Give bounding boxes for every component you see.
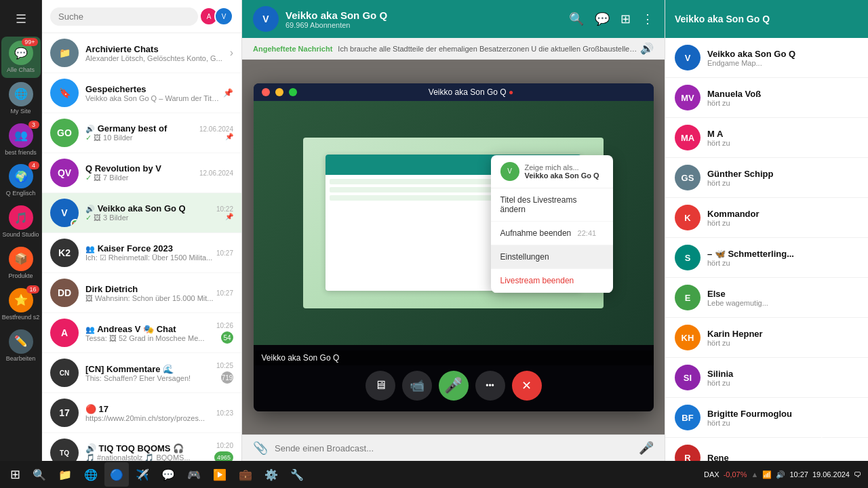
- viewer-item-silinia[interactable]: SI Silinia hört zu: [665, 358, 868, 398]
- viewer-name-else: Else: [707, 289, 859, 299]
- chat-preview-dirk: 🖼 Wahnsinn: Schon über 15.000 Mit...: [85, 294, 216, 302]
- attach-icon[interactable]: 📎: [253, 441, 268, 455]
- taskbar-time: 10:27: [789, 470, 808, 479]
- chat-item-germany[interactable]: GO 🔊 Germany best of ✓ 🖼 10 Bilder 12.06…: [42, 113, 241, 153]
- search-icon[interactable]: 🔍: [569, 12, 584, 26]
- dirk-time: 10:27: [216, 289, 233, 297]
- sidebar-item-mysite[interactable]: 🌐 My Site: [1, 78, 41, 119]
- taskbar-telegram[interactable]: ✈️: [130, 462, 155, 487]
- sidebar-item-bestfriends[interactable]: 👥 3 best friends: [1, 119, 41, 161]
- chat-meta-qrevolution: 12.06.2024: [199, 169, 233, 177]
- taskbar-chrome[interactable]: 🔵: [104, 462, 129, 487]
- bestfriends-badge: 3: [28, 121, 39, 129]
- viewer-item-karin[interactable]: KH Karin Hepner hört zu: [665, 318, 868, 358]
- context-item-stop-record[interactable]: Aufnahme beenden 22:41: [491, 222, 613, 245]
- veikko-pin: 📌: [225, 213, 233, 220]
- taskbar-task5[interactable]: ⚙️: [259, 462, 283, 487]
- chat-item-andreas[interactable]: A 👥 Andreas V 🎭 Chat Tessa: 🖼 52 Grad in…: [42, 313, 241, 353]
- chat-item-kaiser[interactable]: K2 👥 Kaiser Force 2023 Ich: ☑ Rheinmetal…: [42, 233, 241, 273]
- viewer-name-schmetterling: – 🦋 Schmetterling...: [707, 249, 859, 259]
- window-close-btn[interactable]: [262, 88, 270, 96]
- chat-name-kaiser: 👥 Kaiser Force 2023: [85, 243, 216, 253]
- chat-item-cn[interactable]: CN [CN] Kommentare 🌊 This: Schaffen? Ehe…: [42, 353, 241, 393]
- message-input[interactable]: [275, 443, 632, 453]
- taskbar-task6[interactable]: 🔧: [285, 462, 309, 487]
- chat-preview-qrevolution: ✓ 🖼 7 Bilder: [85, 174, 199, 182]
- viewer-item-else[interactable]: E Else Lebe wagemutig...: [665, 278, 868, 318]
- sidebar-item-qenglisch[interactable]: 🌍 4 Q Englisch: [1, 160, 41, 201]
- video-ctrl-camera[interactable]: 📹: [402, 371, 432, 401]
- viewer-status-ma: hört zu: [707, 139, 859, 147]
- chat-item-archived[interactable]: 📁 Archivierte Chats Alexander Lötsch, Ge…: [42, 33, 241, 73]
- video-ctrl-more[interactable]: •••: [475, 371, 505, 401]
- powerdir-brand: CyberLink: [753, 428, 854, 438]
- chat-item-17[interactable]: 17 🔴 17 https://www.20min.ch/story/proze…: [42, 393, 241, 433]
- chat-meta-germany: 12.06.2024 📌: [199, 125, 233, 140]
- taskbar-date: 19.06.2024: [812, 470, 850, 479]
- viewer-avatar-silinia: SI: [675, 365, 701, 390]
- viewer-item-veikko[interactable]: V Veikko aka Son Go Q Endgame Map...: [665, 38, 868, 78]
- context-item-end-stream[interactable]: Livestream beenden: [491, 269, 613, 293]
- taskbar-network-icon: 📶: [762, 470, 772, 479]
- bestfreund-badge: 16: [26, 285, 39, 293]
- mic-icon[interactable]: 🎤: [639, 441, 654, 455]
- viewer-info-manuela: Manuela Voß hört zu: [707, 89, 859, 107]
- chat-preview-archived: Alexander Lötsch, Gelöschtes Konto, G...: [85, 54, 230, 62]
- sidebar-item-sound[interactable]: 🎵 Sound Studio: [1, 201, 41, 243]
- taskbar-youtube[interactable]: ▶️: [208, 462, 232, 487]
- viewer-name-silinia: Silinia: [707, 369, 859, 379]
- viewer-avatar-schmetterling: S: [675, 245, 701, 270]
- viewer-item-kommandor[interactable]: K Kommandor hört zu: [665, 198, 868, 238]
- taskbar-whatsapp[interactable]: 💬: [156, 462, 180, 487]
- viewer-info-gunther: Günther Schipp hört zu: [707, 169, 859, 187]
- chat-name-saved: Gespeichertes: [85, 84, 223, 94]
- comment-icon[interactable]: 💬: [595, 12, 610, 26]
- taskbar-edge[interactable]: 🌐: [79, 462, 103, 487]
- viewer-item-ma[interactable]: MA M A hört zu: [665, 118, 868, 158]
- main-content: V Veikko aka Son Go Q 69.969 Abonnenten …: [242, 0, 665, 461]
- viewer-avatar-kommandor: K: [675, 205, 701, 230]
- viewer-info-schmetterling: – 🦋 Schmetterling... hört zu: [707, 249, 859, 267]
- window-min-btn[interactable]: [275, 88, 283, 96]
- video-ctrl-screen[interactable]: 🖥: [366, 371, 395, 401]
- video-ctrl-mic[interactable]: 🎤: [439, 371, 469, 401]
- window-max-btn[interactable]: [289, 88, 297, 96]
- layout-icon[interactable]: ⊞: [620, 12, 631, 26]
- search-input[interactable]: [50, 7, 198, 26]
- sidebar-item-bestfreund[interactable]: ⭐ 16 Bestfreund s2: [1, 284, 41, 325]
- taskbar-notification-icon[interactable]: 🗨: [854, 470, 861, 479]
- taskbar-slack[interactable]: 💼: [233, 462, 258, 487]
- viewer-item-manuela[interactable]: MV Manuela Voß hört zu: [665, 78, 868, 118]
- chat-item-saved[interactable]: 🔖 Gespeichertes Veikko aka Son Go Q – Wa…: [42, 73, 241, 113]
- start-button[interactable]: ⊞: [3, 462, 27, 487]
- chat-name-archived: Archivierte Chats: [85, 44, 230, 54]
- qenglisch-badge: 4: [28, 161, 39, 169]
- context-item-title[interactable]: Titel des Livestreams ändern: [491, 188, 613, 222]
- video-ctrl-end[interactable]: ✕: [512, 371, 542, 401]
- context-item-settings[interactable]: Einstellungen: [491, 245, 613, 269]
- chats-label: Alle Chats: [7, 66, 35, 74]
- sidebar-item-chats[interactable]: 💬 99+ Alle Chats: [1, 37, 41, 78]
- taskbar-discord[interactable]: 🎮: [182, 462, 206, 487]
- chat-preview-cn: This: Schaffen? Eher Versagen!: [85, 374, 216, 382]
- right-panel: Veikko aka Son Go Q V Veikko aka Son Go …: [665, 0, 868, 461]
- menu-icon[interactable]: ☰: [9, 7, 33, 31]
- chat-item-veikko[interactable]: V 📢 🔊 Veikko aka Son Go Q ✓ 🖼 3 Bilder 1…: [42, 193, 241, 233]
- taskbar-icons: 🔍 📁 🌐 🔵 ✈️ 💬 🎮 ▶️ 💼 ⚙️ 🔧: [27, 462, 704, 487]
- viewer-item-schmetterling[interactable]: S – 🦋 Schmetterling... hört zu: [665, 238, 868, 278]
- viewer-status-manuela: hört zu: [707, 99, 859, 107]
- sidebar-item-produkte[interactable]: 📦 Produkte: [1, 243, 41, 284]
- more-icon[interactable]: ⋮: [642, 12, 654, 26]
- viewer-status-kommandor: hört zu: [707, 219, 859, 227]
- video-window: Veikko aka Son Go Q ●: [254, 83, 654, 411]
- taskbar-explorer[interactable]: 📁: [53, 462, 77, 487]
- sidebar-item-bearbeiten[interactable]: ✏️ Bearbeiten: [1, 325, 41, 367]
- taskbar-search[interactable]: 🔍: [27, 462, 52, 487]
- chat-item-qrevolution[interactable]: QV Q Revolution by V ✓ 🖼 7 Bilder 12.06.…: [42, 153, 241, 193]
- chat-meta-veikko: 10:22 📌: [216, 205, 233, 220]
- taskbar-stock-label: DAX: [704, 470, 719, 479]
- chat-meta-dirk: 10:27: [216, 289, 233, 297]
- viewer-item-gunther[interactable]: GS Günther Schipp hört zu: [665, 158, 868, 198]
- chat-info-archived: Archivierte Chats Alexander Lötsch, Gelö…: [85, 44, 230, 62]
- chat-item-dirk[interactable]: DD Dirk Dietrich 🖼 Wahnsinn: Schon über …: [42, 273, 241, 313]
